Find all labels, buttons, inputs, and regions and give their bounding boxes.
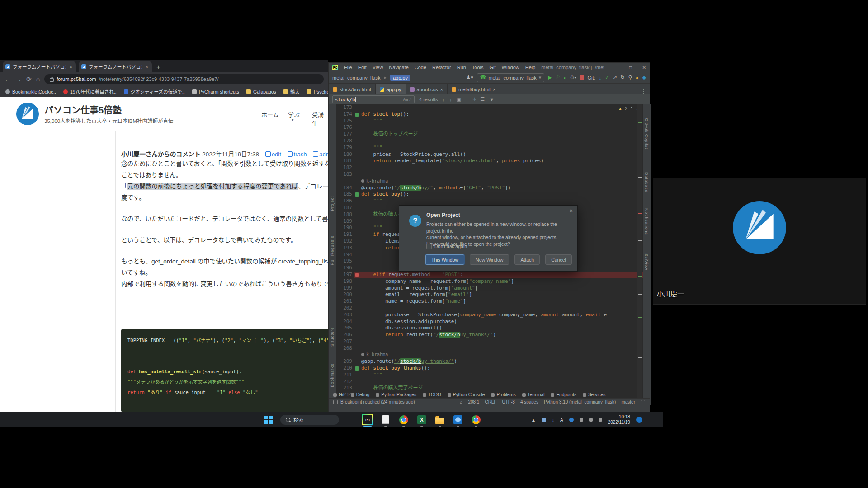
tool-stripe-project[interactable]: Project xyxy=(330,196,335,211)
bookmark-item[interactable]: BookmarkletCookie.. xyxy=(5,89,56,94)
tab-close-icon[interactable]: × xyxy=(69,64,73,70)
coverage-icon[interactable]: ◐ xyxy=(564,75,567,80)
run-icon[interactable]: ▶ xyxy=(548,75,552,80)
prev-problem-icon[interactable]: ⌃ xyxy=(629,106,633,111)
search-input[interactable]: stock/b Aa .* xyxy=(332,95,415,103)
toolwindow-endpoints[interactable]: Endpoints xyxy=(551,392,576,397)
tab-close-icon[interactable]: × xyxy=(145,64,149,70)
new-tab-button[interactable]: + xyxy=(156,63,160,70)
taskbar-clock[interactable]: 10:18 2022/11/19 xyxy=(608,414,630,425)
address-bar[interactable]: forum.pc5bai.com/note/entry/6854092f-23c… xyxy=(44,74,324,84)
tool-stripe-sciview[interactable]: SciView xyxy=(644,253,649,270)
nav-students[interactable]: 受講生 xyxy=(312,110,328,127)
close-button[interactable]: ✕ xyxy=(642,65,646,70)
menu-git[interactable]: Git xyxy=(490,65,496,70)
assistant-icon[interactable]: ◆ xyxy=(642,75,646,80)
forward-icon[interactable]: → xyxy=(15,75,22,83)
indent[interactable]: 4 spaces xyxy=(520,399,538,404)
tool-stripe-structure[interactable]: Structure xyxy=(330,327,335,347)
taskbar-app-photos[interactable] xyxy=(452,414,464,426)
tool-stripe-pull-requests[interactable]: Pull Requests xyxy=(330,236,335,265)
tray-chevron-icon[interactable]: ▲ xyxy=(531,418,536,422)
toolwindow-python-console[interactable]: Python Console xyxy=(448,392,485,397)
stop-icon[interactable] xyxy=(580,75,584,80)
filter-search-icon[interactable]: ☰ xyxy=(480,96,485,102)
profiler-icon[interactable]: ⏱▾ xyxy=(570,75,576,80)
run-gutter-icon[interactable] xyxy=(355,113,359,117)
history-icon[interactable]: ↻ xyxy=(621,75,625,80)
edge-tray-icon[interactable] xyxy=(569,418,574,422)
git-push-icon[interactable]: ↗ xyxy=(613,75,617,80)
toolwindow-debug[interactable]: Debug xyxy=(351,392,369,397)
maximize-button[interactable]: □ xyxy=(629,65,632,70)
participant-tile[interactable]: 小川慶一 xyxy=(653,178,866,305)
tab-close-icon[interactable]: × xyxy=(493,87,495,92)
dialog-close-icon[interactable]: ✕ xyxy=(569,208,573,213)
caret-position[interactable]: 208:1 xyxy=(468,399,479,404)
download-icon[interactable]: ↓ xyxy=(552,418,554,422)
taskbar-app-pycharm[interactable]: PC xyxy=(362,414,373,426)
next-match-icon[interactable]: ↓ xyxy=(449,97,452,102)
toolwindow-services[interactable]: Services xyxy=(583,392,605,397)
taskbar-app-excel[interactable]: X xyxy=(416,414,428,426)
editor-tab[interactable]: stock/buy.html xyxy=(329,84,376,94)
menu-tools[interactable]: Tools xyxy=(472,65,484,70)
menu-edit[interactable]: Edit xyxy=(358,65,367,70)
battery-icon[interactable] xyxy=(599,418,602,422)
bell-icon[interactable]: ⌂ xyxy=(460,399,462,404)
toolwindow-terminal[interactable]: Terminal xyxy=(522,392,545,397)
select-all-occurrences-icon[interactable]: ▣ xyxy=(457,96,461,102)
taskbar-app-notepad[interactable] xyxy=(380,414,392,426)
wifi-icon[interactable] xyxy=(580,418,583,422)
reload-icon[interactable]: ⟳ xyxy=(26,75,32,83)
editor-tab[interactable]: app.py xyxy=(376,84,406,94)
menu-refactor[interactable]: Refactor xyxy=(432,65,451,70)
run-config-select[interactable]: ☎ metal_company_flask ▾ xyxy=(477,73,545,82)
site-logo[interactable] xyxy=(16,103,39,125)
dont-ask-again-checkbox[interactable]: Don't ask again xyxy=(426,244,467,249)
toolwindow-problems[interactable]: Problems xyxy=(491,392,515,397)
back-icon[interactable]: ← xyxy=(5,75,11,83)
taskbar-app-chrome[interactable] xyxy=(398,414,410,426)
minimize-button[interactable]: — xyxy=(614,65,619,70)
taskbar-app-file-explorer[interactable] xyxy=(434,414,446,426)
menu-help[interactable]: Help xyxy=(525,65,536,70)
breadcrumb-project[interactable]: metal_company_flask xyxy=(332,75,380,80)
toolwindow-todo[interactable]: TODO xyxy=(423,392,441,397)
trash-link[interactable]: trash xyxy=(288,151,307,158)
editor-scrollbar[interactable] xyxy=(637,104,642,398)
breadcrumb-file[interactable]: app.py xyxy=(390,75,410,81)
bookmark-item[interactable]: ジオシティーズの伝道で.. xyxy=(124,88,185,95)
filter-icon[interactable]: ▼ xyxy=(489,97,494,102)
admin-link[interactable]: admin xyxy=(313,151,328,158)
menu-navigate[interactable]: Navigate xyxy=(389,65,408,70)
ime-indicator[interactable]: A xyxy=(560,418,563,422)
inspections-widget[interactable]: ▲ 2 ⌃ ⌄ xyxy=(618,106,639,111)
tab-close-icon[interactable]: × xyxy=(440,87,443,92)
editor-tab[interactable]: metal/buy.html× xyxy=(448,84,500,94)
volume-icon[interactable] xyxy=(589,418,593,422)
match-case-icon[interactable]: Aa .* xyxy=(403,97,412,102)
breakpoint-icon[interactable] xyxy=(355,273,359,277)
taskbar-app-chrome-2[interactable] xyxy=(470,414,482,426)
tab-options-icon[interactable]: ⋮ xyxy=(637,89,650,94)
encoding[interactable]: UTF-8 xyxy=(502,399,515,404)
git-update-icon[interactable]: ↓ xyxy=(599,75,602,80)
interpreter[interactable]: Python 3.10 (metal_company_flask) xyxy=(544,399,616,404)
tool-stripe-notifications[interactable]: Notifications xyxy=(644,208,649,235)
teams-icon[interactable] xyxy=(542,418,546,422)
nav-home[interactable]: ホーム xyxy=(261,110,279,119)
debug-icon[interactable]: ☄ xyxy=(556,75,560,80)
nav-learn[interactable]: 学ぶ▾ xyxy=(288,110,300,119)
menu-window[interactable]: Window xyxy=(502,65,519,70)
editor-tab[interactable]: about.css× xyxy=(406,84,448,94)
prev-match-icon[interactable]: ↑ xyxy=(443,97,445,102)
notifications-icon[interactable]: ● xyxy=(636,75,639,80)
menu-run[interactable]: Run xyxy=(457,65,466,70)
edit-link[interactable]: edit xyxy=(265,151,281,158)
bookmark-item[interactable]: PyCharm shortcuts xyxy=(192,89,239,94)
toolwindow-git[interactable]: Git xyxy=(333,392,344,397)
run-gutter-icon[interactable] xyxy=(355,366,359,371)
tool-stripe-copilot[interactable]: GitHub Copilot xyxy=(644,118,649,149)
line-ending[interactable]: CRLF xyxy=(485,399,496,404)
